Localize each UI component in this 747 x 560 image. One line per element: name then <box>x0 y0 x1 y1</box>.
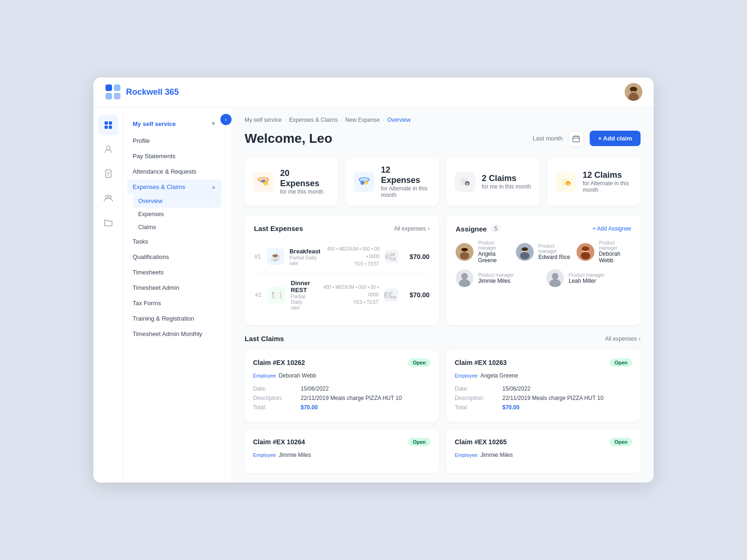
sidebar-icon-folder[interactable] <box>98 212 119 232</box>
nav-item-tasks[interactable]: Tasks <box>123 234 226 249</box>
logo-area: Rockwell 365 <box>105 84 179 100</box>
sidebar-toggle-button[interactable]: ‹ <box>220 114 232 125</box>
svg-rect-0 <box>106 84 112 91</box>
sidebar-icon-group[interactable] <box>98 188 119 208</box>
svg-rect-2 <box>106 93 112 99</box>
claim-badge-3: Open <box>610 438 632 446</box>
expense-rate-0: Partial Daily rate <box>289 255 321 266</box>
stat-card-0-info: 20 Expenses for me this month <box>280 168 330 195</box>
nav-section-title: My self service ▼ <box>123 117 226 133</box>
assignee-avatar-0 <box>456 243 473 261</box>
svg-rect-9 <box>105 121 108 125</box>
svg-point-8 <box>630 87 637 91</box>
assignee-info-4: Product manager Leah Miller <box>569 273 605 284</box>
assignee-info-3: Product manager Jimmie Miles <box>478 273 514 284</box>
svg-point-39 <box>386 256 387 257</box>
sidebar-icon-grid[interactable] <box>98 115 119 135</box>
claim-card-3: Claim #EX 10265 Open Employee Jimmie Mil… <box>446 429 641 473</box>
last-claims-title: Last Claims <box>245 335 284 343</box>
all-expenses-link[interactable]: All expenses › <box>394 225 430 232</box>
breadcrumb-sep-1: › <box>284 117 286 123</box>
stat-card-1-info: 12 Expenses for Alternate in this month <box>381 165 430 198</box>
calendar-button[interactable] <box>568 131 584 147</box>
claim-number-2: Claim #EX 10264 <box>253 438 305 446</box>
expense-meta-1: 400 • MEDIUM • 000 • 00 • 0000 YES • TES… <box>316 284 379 306</box>
nav-item-attendance[interactable]: Attendance & Requests <box>123 164 226 179</box>
breadcrumb-item-4: Overview <box>387 117 410 123</box>
expense-info-1: Dinner REST Partial Daily rate <box>291 280 310 310</box>
claim-badge-1: Open <box>610 358 632 367</box>
svg-rect-1 <box>114 84 120 91</box>
expenses-collapse-icon[interactable]: ▲ <box>211 184 216 189</box>
claim-badge-0: Open <box>408 358 430 367</box>
stat-card-2-info: 2 Claims for me in this month <box>482 174 531 190</box>
claim-badge-2: Open <box>408 438 430 446</box>
claim-number-0: Claim #EX 10262 <box>253 359 305 366</box>
sidebar-icon-person[interactable] <box>98 139 119 160</box>
expense-num-0: #1 <box>254 253 261 260</box>
svg-point-48 <box>520 252 529 259</box>
svg-point-53 <box>582 246 589 251</box>
nav-item-profile[interactable]: Profile <box>123 133 226 148</box>
claim-header-3: Claim #EX 10265 Open <box>455 438 632 446</box>
svg-rect-12 <box>109 126 112 129</box>
stat-icon-claims-alternate: $ <box>556 172 576 192</box>
user-avatar[interactable] <box>625 83 642 101</box>
claim-employee-row-3: Employee Jimmie Miles <box>455 452 632 458</box>
stat-icon-claims-me: $ <box>455 172 475 192</box>
breadcrumb-item-1[interactable]: My self service <box>245 117 282 123</box>
stat-label-1: for Alternate in this month <box>381 185 430 198</box>
assignee-header: Assignee 5 + Add Assignee <box>456 224 631 233</box>
welcome-actions: Last month + Add claim <box>533 131 641 147</box>
nav-item-tax-forms[interactable]: Tax Forms <box>123 295 226 311</box>
nav-sub-item-claims[interactable]: Claims <box>123 221 226 234</box>
assignee-item-0: Product manager Angela Greene <box>456 240 510 264</box>
expense-item-0: #1 ☕ Breakfeast Partial Daily rate 400 •… <box>254 240 430 274</box>
claim-card-0: Claim #EX 10262 Open Employee Deborah We… <box>245 350 439 422</box>
sidebar-icon-doc[interactable] <box>98 163 119 184</box>
nav-item-training-registration[interactable]: Training & Registration <box>123 311 226 326</box>
breadcrumb-item-2[interactable]: Expenses & Claims <box>289 117 338 123</box>
last-expenses-panel: Last Expenses All expenses › #1 ☕ Breakf… <box>245 215 439 325</box>
nav-item-timesheet-admin-monthly[interactable]: Timesheet Admin Monthly <box>123 326 226 342</box>
claim-employee-label-2: Employee <box>253 452 276 458</box>
claim-card-1: Claim #EX 10263 Open Employee Angela Gre… <box>446 350 641 422</box>
expense-info-0: Breakfeast Partial Daily rate <box>289 248 321 266</box>
breadcrumb-item-3[interactable]: New Expense <box>345 117 380 123</box>
svg-point-45 <box>461 248 468 252</box>
app-title: Rockwell 365 <box>126 87 179 97</box>
nav-item-timesheets[interactable]: Timesheets <box>123 265 226 280</box>
assignee-grid-top: Product manager Angela Greene <box>456 240 631 264</box>
last-month-label: Last month <box>533 135 563 142</box>
expense-name-1: Dinner REST <box>291 280 310 294</box>
svg-rect-11 <box>105 126 108 129</box>
svg-text:$: $ <box>265 182 267 186</box>
svg-point-18 <box>106 196 108 198</box>
assignee-info-2: Product manager Deborah Webb <box>599 240 631 264</box>
nav-sub-item-overview[interactable]: Overview <box>133 195 222 208</box>
add-claim-button[interactable]: + Add claim <box>590 131 641 146</box>
nav-item-expenses-claims[interactable]: Expenses & Claims ▲ <box>127 179 222 195</box>
all-claims-link[interactable]: All expenses › <box>605 336 641 342</box>
avatar-image <box>625 83 642 101</box>
expense-item-1: #1 🍽️ Dinner REST Partial Daily rate 400… <box>254 274 430 316</box>
claim-field-date-0: Date: 15/06/2022 <box>253 385 430 392</box>
assignee-avatar-4 <box>546 269 564 287</box>
svg-text:$: $ <box>567 182 570 186</box>
nav-item-pay-statements[interactable]: Pay Statements <box>123 148 226 164</box>
assignee-info-1: Product manager Edward Rice <box>538 244 571 260</box>
stat-label-0: for me this month <box>280 189 330 195</box>
claim-header-2: Claim #EX 10264 Open <box>253 438 430 446</box>
add-assignee-button[interactable]: + Add Assignee <box>592 225 631 232</box>
assignee-item-1: Product manager Edward Rice <box>516 240 571 264</box>
claim-employee-name-0: Deborah Webb <box>279 372 317 379</box>
nav-sub-item-expenses[interactable]: Expenses <box>123 208 226 221</box>
claim-field-date-1: Date: 15/06/2022 <box>455 385 632 392</box>
assignee-item-3: Product manager Jimmie Miles <box>456 269 541 287</box>
stat-card-1: $ 12 Expenses for Alternate in this mont… <box>345 158 439 206</box>
assignee-panel: Assignee 5 + Add Assignee <box>446 215 641 325</box>
svg-point-55 <box>461 273 468 280</box>
nav-item-timesheet-admin[interactable]: Timesheet Admin <box>123 280 226 295</box>
collapse-icon[interactable]: ▼ <box>211 120 216 127</box>
nav-item-qualifications[interactable]: Qualifications <box>123 249 226 265</box>
